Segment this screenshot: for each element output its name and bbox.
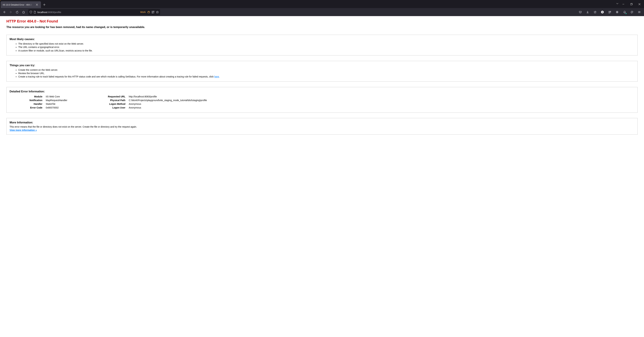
svg-rect-1: [630, 4, 632, 5]
notification-value: MapRequestHandler: [44, 98, 97, 102]
bookmark-star-icon[interactable]: [156, 11, 159, 13]
moreinfo-link[interactable]: View more information »: [10, 129, 37, 131]
addons-grid-icon[interactable]: [607, 9, 612, 15]
extensions-icon[interactable]: [629, 9, 634, 15]
container-label: Work: [140, 11, 146, 13]
moreinfo-panel: More Information: This error means that …: [6, 118, 638, 135]
svg-rect-3: [152, 11, 153, 12]
react-devtools-icon[interactable]: [614, 9, 620, 15]
logonmethod-value: Anonymous: [127, 102, 634, 106]
errorcode-value: 0x80070002: [44, 106, 97, 109]
try-panel: Things you can try: Create the content o…: [6, 61, 638, 82]
physpath-label: Physical Path: [97, 98, 127, 102]
menu-button[interactable]: [636, 9, 642, 15]
detail-col-left: ModuleIIS Web Core NotificationMapReques…: [10, 95, 97, 109]
page-icon: [34, 11, 36, 13]
minimize-button[interactable]: [620, 1, 627, 7]
pocket-icon[interactable]: [578, 9, 583, 15]
url-host: localhost: [38, 11, 47, 13]
list-all-tabs-button[interactable]: [615, 0, 620, 7]
svg-rect-9: [610, 11, 611, 12]
requrl-label: Requested URL: [97, 95, 127, 98]
qr-icon[interactable]: [152, 11, 154, 13]
reload-button[interactable]: [14, 9, 20, 15]
toolbar-right: S: [162, 9, 643, 15]
notification-label: Notification: [10, 98, 44, 102]
svg-point-11: [617, 12, 618, 12]
tab-title: IIS 10.0 Detailed Error - 404.0 - Not Fo…: [3, 3, 33, 6]
back-button[interactable]: [1, 9, 8, 15]
account-icon[interactable]: S: [600, 9, 605, 15]
notifications-bell-icon[interactable]: [622, 9, 627, 15]
svg-rect-5: [152, 12, 153, 13]
logonuser-label: Logon User: [97, 106, 127, 109]
causes-heading: Most likely causes:: [10, 37, 634, 41]
notification-dot: [626, 13, 626, 14]
tracing-suffix: .: [219, 75, 220, 78]
module-label: Module: [10, 95, 44, 98]
list-item: Create a tracing rule to track failed re…: [18, 75, 634, 78]
list-item: A custom filter or module, such as URLSc…: [18, 49, 634, 52]
detail-heading: Detailed Error Information:: [10, 90, 634, 93]
window-controls: [620, 0, 644, 8]
list-item: The directory or file specified does not…: [18, 42, 634, 45]
errorcode-label: Error Code: [10, 106, 44, 109]
svg-rect-10: [609, 12, 610, 13]
moreinfo-heading: More Information:: [10, 121, 634, 124]
moreinfo-text: This error means that the file or direct…: [10, 125, 634, 128]
svg-rect-8: [609, 11, 610, 12]
titlebar: IIS 10.0 Detailed Error - 404.0 - Not Fo…: [0, 0, 644, 8]
close-window-button[interactable]: [636, 1, 643, 7]
logonmethod-label: Logon Method: [97, 102, 127, 106]
error-title: HTTP Error 404.0 - Not Found: [6, 19, 638, 23]
address-bar-right: Work: [140, 11, 159, 13]
svg-rect-2: [148, 11, 150, 13]
causes-list: The directory or file specified does not…: [18, 42, 634, 52]
page-content: HTTP Error 404.0 - Not Found The resourc…: [0, 16, 644, 147]
list-item: The URL contains a typographical error.: [18, 45, 634, 49]
library-star-icon[interactable]: [592, 9, 598, 15]
nav-toolbar: localhost:8083/profile Work: [0, 8, 644, 16]
shield-icon[interactable]: [30, 11, 32, 13]
list-item: Create the content on the Web server.: [18, 68, 634, 72]
address-bar[interactable]: localhost:8083/profile Work: [28, 9, 160, 15]
detail-col-right: Requested URLhttp://localhost:8083/profi…: [97, 95, 634, 109]
home-button[interactable]: [20, 9, 26, 15]
tracing-link[interactable]: here: [214, 75, 219, 78]
url-rest: :8083/profile: [47, 11, 61, 13]
browser-chrome: IIS 10.0 Detailed Error - 404.0 - Not Fo…: [0, 0, 644, 16]
logonuser-value: Anonymous: [127, 106, 634, 109]
maximize-button[interactable]: [628, 1, 635, 7]
new-tab-button[interactable]: [42, 2, 47, 7]
briefcase-icon: [147, 11, 150, 13]
close-tab-icon[interactable]: [34, 2, 39, 7]
svg-text:S: S: [602, 11, 603, 13]
module-value: IIS Web Core: [44, 95, 97, 98]
try-list: Create the content on the Web server. Re…: [18, 68, 634, 78]
error-subtitle: The resource you are looking for has bee…: [6, 25, 638, 29]
downloads-icon[interactable]: [585, 9, 590, 15]
list-item: Review the browser URL.: [18, 72, 634, 75]
browser-tab[interactable]: IIS 10.0 Detailed Error - 404.0 - Not Fo…: [1, 1, 41, 8]
requrl-value: http://localhost:8083/profile: [127, 95, 634, 98]
try-heading: Things you can try:: [10, 64, 634, 67]
detail-panel: Detailed Error Information: ModuleIIS We…: [6, 87, 638, 113]
handler-label: Handler: [10, 102, 44, 106]
forward-button[interactable]: [8, 9, 14, 15]
causes-panel: Most likely causes: The directory or fil…: [6, 35, 638, 55]
detail-grid: ModuleIIS Web Core NotificationMapReques…: [10, 95, 634, 109]
tracing-text: Create a tracing rule to track failed re…: [18, 75, 214, 78]
physpath-value: C:\Work\Projects\playground\vite_staging…: [127, 98, 634, 102]
url-text: localhost:8083/profile: [38, 11, 139, 13]
handler-value: StaticFile: [44, 102, 97, 106]
